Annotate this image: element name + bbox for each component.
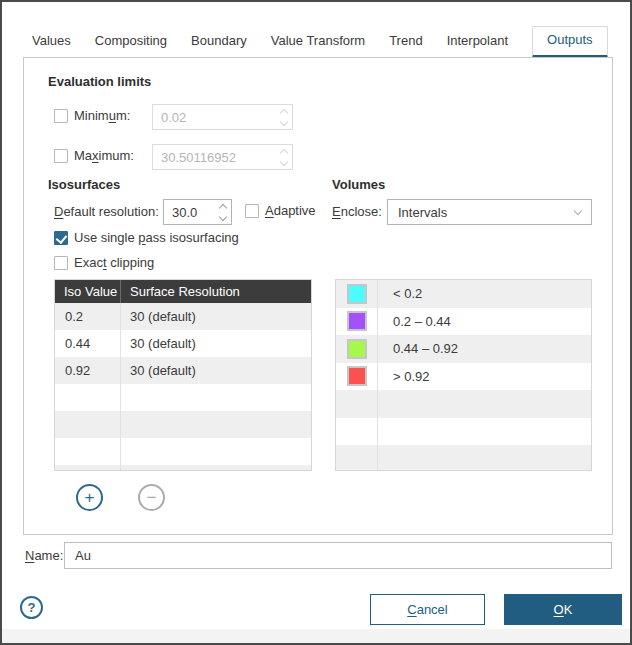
chevron-down-icon (574, 207, 582, 215)
minimum-checkbox[interactable] (54, 109, 68, 123)
tab-values[interactable]: Values (32, 26, 71, 58)
help-button[interactable]: ? (20, 596, 43, 619)
exact-clipping-label: Exact clipping (74, 255, 154, 270)
maximum-checkbox[interactable] (54, 149, 68, 163)
default-resolution-spinbox[interactable] (163, 199, 232, 225)
iso-table-row[interactable] (55, 438, 311, 465)
volume-row[interactable]: > 0.92 (336, 363, 591, 391)
minimum-label: Minimum: (74, 108, 130, 123)
cancel-button[interactable]: Cancel (370, 594, 485, 625)
enclose-dropdown[interactable]: Intervals (387, 199, 592, 225)
single-pass-checkbox[interactable] (54, 231, 68, 245)
volume-color-table: < 0.20.2 – 0.440.44 – 0.92> 0.92 (335, 279, 592, 471)
color-swatch-cell (336, 445, 378, 471)
maximum-label: Maximum: (74, 148, 134, 163)
iso-table-row[interactable] (55, 411, 311, 438)
surface-resolution-column-header: Surface Resolution (121, 284, 240, 299)
interval-label: > 0.92 (378, 369, 430, 384)
iso-value-cell (55, 411, 121, 438)
iso-value-cell (55, 384, 121, 411)
volume-row[interactable] (336, 390, 591, 418)
maximum-spin-buttons (276, 145, 292, 169)
iso-value-column-header: Iso Value (55, 280, 121, 303)
name-label: Name: (25, 548, 63, 563)
name-field[interactable] (64, 542, 612, 569)
default-resolution-spin-buttons[interactable] (215, 200, 231, 224)
tab-outputs[interactable]: Outputs (532, 26, 608, 58)
dialog-bottom-strip (2, 629, 630, 643)
exact-clipping-checkbox[interactable] (54, 256, 68, 270)
tab-boundary[interactable]: Boundary (191, 26, 247, 58)
volume-row[interactable]: 0.44 – 0.92 (336, 335, 591, 363)
tab-bar: ValuesCompositingBoundaryValue Transform… (2, 26, 630, 58)
color-swatch-cell (336, 390, 378, 418)
minimum-spinbox (152, 104, 293, 130)
color-swatch[interactable] (347, 284, 367, 304)
iso-value-cell: 0.2 (55, 303, 121, 330)
volumes-heading: Volumes (332, 177, 385, 192)
tab-trend[interactable]: Trend (389, 26, 422, 58)
volume-row[interactable]: < 0.2 (336, 280, 591, 308)
adaptive-checkbox[interactable] (245, 204, 259, 218)
tab-interpolant[interactable]: Interpolant (447, 26, 508, 58)
surface-resolution-cell: 30 (default) (121, 336, 196, 351)
ok-button[interactable]: OK (504, 594, 622, 625)
minimum-spin-buttons (276, 105, 292, 129)
tab-value-transform[interactable]: Value Transform (271, 26, 365, 58)
outputs-panel: Evaluation limits Minimum: Maximum: Isos… (23, 57, 613, 535)
surface-resolution-cell: 30 (default) (121, 309, 196, 324)
iso-table-row[interactable]: 0.4430 (default) (55, 330, 311, 357)
add-isovalue-button[interactable]: + (76, 484, 103, 511)
iso-table-row[interactable] (55, 384, 311, 411)
minimum-input (153, 105, 276, 129)
enclose-label: Enclose: (332, 204, 382, 219)
color-swatch-cell (336, 418, 378, 446)
interval-label: 0.2 – 0.44 (378, 314, 451, 329)
iso-table-row[interactable] (55, 465, 311, 471)
iso-table-header: Iso Value Surface Resolution (55, 280, 311, 303)
surface-resolution-cell: 30 (default) (121, 363, 196, 378)
color-swatch[interactable] (347, 311, 367, 331)
maximum-input (153, 145, 276, 169)
minus-icon: − (147, 489, 157, 506)
color-swatch-cell (336, 280, 378, 308)
iso-value-cell (55, 438, 121, 465)
color-swatch-cell (336, 308, 378, 336)
enclose-dropdown-value: Intervals (398, 205, 447, 220)
help-icon: ? (28, 600, 36, 615)
maximum-spinbox (152, 144, 293, 170)
isosurfaces-heading: Isosurfaces (48, 177, 120, 192)
volume-row[interactable]: 0.2 – 0.44 (336, 308, 591, 336)
default-resolution-input[interactable] (164, 200, 215, 224)
iso-table-row[interactable]: 0.9230 (default) (55, 357, 311, 384)
tab-compositing[interactable]: Compositing (95, 26, 167, 58)
single-pass-label: Use single pass isosurfacing (74, 230, 239, 245)
plus-icon: + (85, 489, 95, 506)
adaptive-label: Adaptive (265, 203, 316, 218)
remove-isovalue-button: − (138, 484, 165, 511)
evaluation-limits-heading: Evaluation limits (48, 74, 151, 89)
default-resolution-label: Default resolution: (54, 204, 159, 219)
iso-value-cell: 0.44 (55, 330, 121, 357)
interval-label: 0.44 – 0.92 (378, 341, 458, 356)
color-swatch[interactable] (347, 366, 367, 386)
color-swatch-cell (336, 335, 378, 363)
color-swatch-cell (336, 363, 378, 391)
interpolant-dialog: ValuesCompositingBoundaryValue Transform… (0, 0, 632, 645)
interval-label: < 0.2 (378, 286, 422, 301)
iso-value-table: Iso Value Surface Resolution 0.230 (defa… (54, 279, 312, 471)
volume-row[interactable] (336, 445, 591, 471)
iso-value-cell: 0.92 (55, 357, 121, 384)
volume-row[interactable] (336, 418, 591, 446)
iso-value-cell (55, 465, 121, 471)
iso-table-row[interactable]: 0.230 (default) (55, 303, 311, 330)
color-swatch[interactable] (347, 339, 367, 359)
name-input[interactable] (65, 543, 611, 568)
